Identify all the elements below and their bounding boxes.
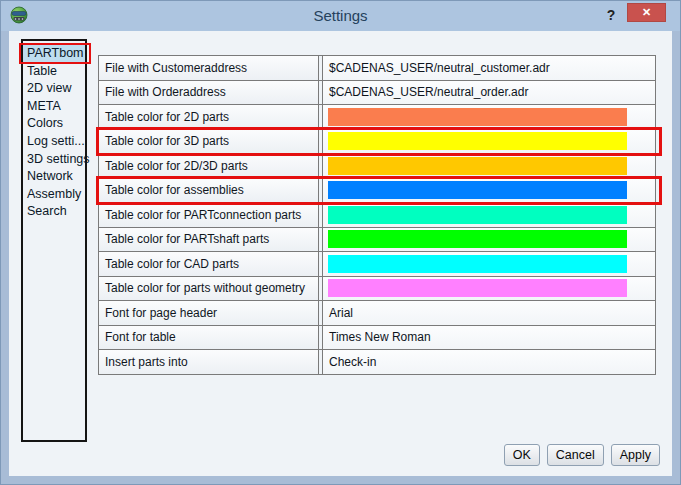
ok-button[interactable]: OK — [504, 444, 540, 466]
setting-label: Insert parts into — [98, 350, 319, 374]
setting-color-value[interactable] — [322, 105, 656, 129]
color-swatch[interactable] — [328, 181, 627, 199]
sidebar-item-colors[interactable]: Colors — [23, 115, 85, 133]
setting-text-value[interactable]: Times New Roman — [322, 326, 656, 350]
settings-row-table-color-for-partconnection-parts: Table color for PARTconnection parts — [98, 203, 656, 228]
sidebar-item-assembly[interactable]: Assembly — [23, 186, 85, 204]
settings-row-table-color-for-2d-3d-parts: Table color for 2D/3D parts — [98, 154, 656, 179]
settings-row-insert-parts-into: Insert parts intoCheck-in — [98, 350, 656, 375]
window-title: Settings — [1, 1, 680, 31]
sidebar-item-meta[interactable]: META — [23, 98, 85, 116]
setting-color-value[interactable] — [322, 228, 656, 252]
title-bar[interactable]: Settings ? ✕ — [1, 1, 680, 31]
sidebar-item-table[interactable]: Table — [23, 63, 85, 81]
setting-label: Table color for 2D/3D parts — [98, 154, 319, 178]
setting-color-value[interactable] — [322, 252, 656, 276]
sidebar-item-partbom[interactable]: PARTbom — [23, 45, 85, 63]
settings-row-table-color-for-partshaft-parts: Table color for PARTshaft parts — [98, 228, 656, 253]
apply-button[interactable]: Apply — [611, 444, 660, 466]
color-swatch[interactable] — [328, 132, 627, 150]
setting-label: File with Customeraddress — [98, 56, 319, 80]
settings-row-font-for-page-header: Font for page headerArial — [98, 301, 656, 326]
settings-dialog: Settings ? ✕ PARTbomTable2D viewMETAColo… — [0, 0, 681, 485]
setting-label: Table color for PARTshaft parts — [98, 228, 319, 252]
setting-label: Table color for 2D parts — [98, 105, 319, 129]
settings-row-table-color-for-3d-parts: Table color for 3D parts — [98, 130, 656, 155]
cancel-button[interactable]: Cancel — [547, 444, 604, 466]
sidebar-item-2d-view[interactable]: 2D view — [23, 80, 85, 98]
sidebar-item-log-setti[interactable]: Log setti... — [23, 133, 85, 151]
setting-label: File with Orderaddress — [98, 81, 319, 105]
footer-button-row: OKCancelApply — [504, 444, 660, 466]
setting-label: Font for table — [98, 326, 319, 350]
settings-row-table-color-for-2d-parts: Table color for 2D parts — [98, 105, 656, 130]
color-swatch[interactable] — [328, 108, 627, 126]
color-swatch[interactable] — [328, 255, 627, 273]
settings-row-table-color-for-assemblies: Table color for assemblies — [98, 179, 656, 204]
settings-row-table-color-for-parts-without-geometry: Table color for parts without geometry — [98, 277, 656, 302]
setting-label: Table color for 3D parts — [98, 130, 319, 154]
setting-text-value[interactable]: Arial — [322, 301, 656, 325]
setting-color-value[interactable] — [322, 277, 656, 301]
setting-color-value[interactable] — [322, 154, 656, 178]
setting-label: Table color for assemblies — [98, 179, 319, 203]
sidebar-list: PARTbomTable2D viewMETAColorsLog setti..… — [21, 39, 87, 442]
sidebar-item-3d-settings[interactable]: 3D settings — [23, 151, 85, 169]
setting-text-value[interactable]: Check-in — [322, 350, 656, 374]
settings-row-font-for-table: Font for tableTimes New Roman — [98, 326, 656, 351]
settings-row-file-with-orderaddress: File with Orderaddress$CADENAS_USER/neut… — [98, 81, 656, 106]
color-swatch[interactable] — [328, 230, 627, 248]
setting-color-value[interactable] — [322, 130, 656, 154]
sidebar-item-search[interactable]: Search — [23, 203, 85, 221]
color-swatch[interactable] — [328, 279, 627, 297]
setting-text-value[interactable]: $CADENAS_USER/neutral_customer.adr — [322, 56, 656, 80]
setting-label: Table color for PARTconnection parts — [98, 203, 319, 227]
color-swatch[interactable] — [328, 206, 627, 224]
dialog-body: PARTbomTable2D viewMETAColorsLog setti..… — [9, 31, 672, 476]
setting-color-value[interactable] — [322, 203, 656, 227]
setting-color-value[interactable] — [322, 179, 656, 203]
sidebar-item-network[interactable]: Network — [23, 168, 85, 186]
setting-text-value[interactable]: $CADENAS_USER/neutral_order.adr — [322, 81, 656, 105]
setting-label: Table color for CAD parts — [98, 252, 319, 276]
settings-row-table-color-for-cad-parts: Table color for CAD parts — [98, 252, 656, 277]
setting-label: Font for page header — [98, 301, 319, 325]
color-swatch[interactable] — [328, 157, 627, 175]
setting-label: Table color for parts without geometry — [98, 277, 319, 301]
settings-row-file-with-customeraddress: File with Customeraddress$CADENAS_USER/n… — [98, 56, 656, 81]
close-button[interactable]: ✕ — [627, 3, 666, 22]
settings-grid: File with Customeraddress$CADENAS_USER/n… — [98, 55, 656, 375]
help-button[interactable]: ? — [602, 4, 620, 26]
